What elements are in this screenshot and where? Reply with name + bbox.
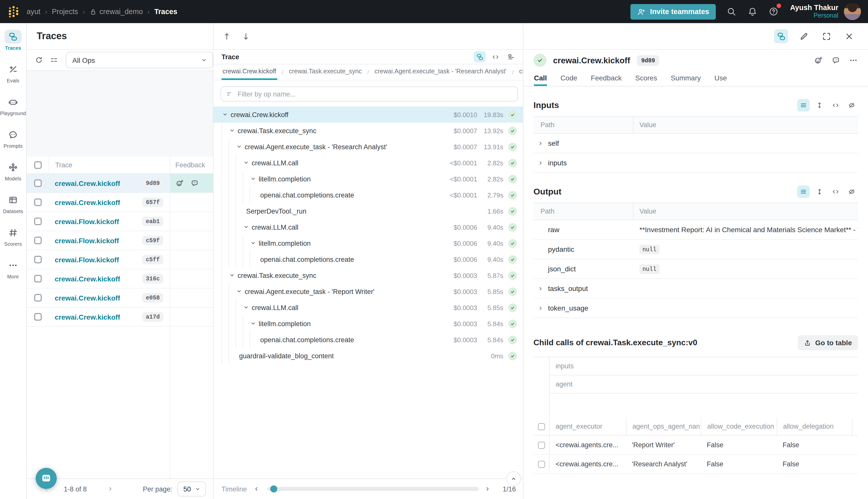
- row-checkbox[interactable]: [34, 218, 41, 225]
- trace-name-link[interactable]: crewai.Crew.kickoff: [55, 179, 120, 187]
- call-tree-row[interactable]: openai.chat.completions.create$0.00035.8…: [213, 332, 523, 348]
- trace-row[interactable]: crewai.Flow.kickoffc59f: [27, 231, 213, 250]
- call-tree-row[interactable]: crewai.LLM.call<$0.00012.82s: [213, 155, 523, 171]
- call-tree-row[interactable]: crewai.Crew.kickoff$0.001019.83s: [213, 107, 523, 123]
- ops-filter-select[interactable]: All Ops: [66, 52, 213, 68]
- row-checkbox[interactable]: [538, 461, 545, 467]
- trace-name-link[interactable]: crewai.Flow.kickoff: [55, 217, 119, 226]
- call-tree-row[interactable]: litellm.completion<$0.00012.82s: [213, 171, 523, 187]
- call-tree-row[interactable]: crewai.LLM.call$0.00035.85s: [213, 300, 523, 316]
- breadcrumb-team[interactable]: ayut: [27, 8, 40, 15]
- column-header[interactable]: agent_executor: [549, 417, 626, 436]
- sidebar-item-playground[interactable]: Playground: [0, 95, 26, 116]
- inputs-code-view-button[interactable]: [829, 99, 842, 112]
- invite-teammates-button[interactable]: Invite teammates: [630, 4, 716, 19]
- close-button[interactable]: [842, 29, 856, 43]
- call-tree-row[interactable]: crewai.LLM.call$0.00069.40s: [213, 219, 523, 235]
- call-tree-row[interactable]: crewai.Task.execute_sync$0.000713.92s: [213, 123, 523, 139]
- row-checkbox[interactable]: [34, 237, 41, 244]
- trace-name-link[interactable]: crewai.Flow.kickoff: [55, 236, 119, 244]
- output-code-view-button[interactable]: [829, 185, 842, 198]
- sidebar-item-traces[interactable]: Traces: [0, 30, 26, 51]
- user-menu[interactable]: Ayush Thakur Personal: [790, 3, 838, 20]
- tab-feedback[interactable]: Feedback: [591, 71, 622, 86]
- trace-row[interactable]: crewai.Crew.kickoff316c: [27, 269, 213, 289]
- call-tree-row[interactable]: crewai.Task.execute_sync$0.00035.87s: [213, 267, 523, 283]
- sidebar-item-scorers[interactable]: Scorers: [0, 226, 26, 247]
- detail-tree-view-button[interactable]: [774, 29, 788, 43]
- inputs-row[interactable]: inputs: [533, 153, 858, 173]
- trace-name-link[interactable]: crewai.Crew.kickoff: [55, 294, 120, 302]
- collapse-timeline-button[interactable]: [506, 471, 521, 486]
- op-filter-input[interactable]: [238, 90, 512, 98]
- trace-path-tab[interactable]: crewai.LLM.call: [518, 64, 523, 80]
- timeline-next-button[interactable]: [484, 485, 493, 492]
- trace-row[interactable]: crewai.Crew.kickoff657f: [27, 193, 213, 212]
- per-page-select[interactable]: 50: [177, 482, 206, 497]
- sidebar-item-prompts[interactable]: Prompts: [0, 127, 26, 149]
- next-page-button[interactable]: [104, 483, 117, 496]
- call-tree-row[interactable]: openai.chat.completions.create<$0.00012.…: [213, 187, 523, 203]
- inputs-list-view-button[interactable]: [797, 99, 810, 112]
- row-checkbox[interactable]: [34, 275, 41, 282]
- breadcrumb-projects[interactable]: Projects: [52, 8, 78, 15]
- column-header[interactable]: allow_delegation: [777, 417, 852, 436]
- trace-row[interactable]: crewai.Flow.kickoffeab1: [27, 212, 213, 231]
- row-checkbox[interactable]: [34, 313, 41, 320]
- inputs-row[interactable]: self: [533, 134, 858, 153]
- trace-name-link[interactable]: crewai.Flow.kickoff: [55, 256, 119, 264]
- output-list-view-button[interactable]: [797, 185, 810, 198]
- timeline-slider-thumb[interactable]: [270, 485, 277, 492]
- code-view-button[interactable]: [489, 51, 501, 62]
- column-header[interactable]: allow_code_execution: [701, 417, 777, 436]
- row-checkbox[interactable]: [538, 441, 545, 449]
- search-button[interactable]: [721, 1, 742, 22]
- sidebar-item-evals[interactable]: Evals: [0, 62, 26, 83]
- timeline-slider[interactable]: [267, 487, 479, 491]
- sidebar-item-datasets[interactable]: Datasets: [0, 193, 26, 214]
- help-button[interactable]: [763, 1, 784, 22]
- tab-use[interactable]: Use: [714, 71, 727, 86]
- output-expand-button[interactable]: [813, 185, 826, 198]
- row-checkbox[interactable]: [34, 294, 41, 302]
- trace-row[interactable]: crewai.Crew.kickoff9d89: [27, 174, 213, 193]
- add-reaction-button[interactable]: [814, 56, 823, 65]
- tab-code[interactable]: Code: [560, 71, 577, 86]
- more-options-button[interactable]: [849, 56, 858, 65]
- call-tree-row[interactable]: guardrail-validate_blog_content0ms: [213, 348, 523, 364]
- add-comment-button[interactable]: [831, 56, 840, 65]
- trace-name-link[interactable]: crewai.Crew.kickoff: [55, 313, 120, 321]
- breadcrumb-project[interactable]: crewai_demo: [89, 8, 143, 15]
- wandb-logo[interactable]: [0, 5, 27, 19]
- call-tree-row[interactable]: crewai.Agent.execute_task - 'Research An…: [213, 139, 523, 155]
- trace-column-header[interactable]: Trace: [49, 157, 170, 173]
- output-row[interactable]: tasks_output: [533, 279, 858, 299]
- flame-view-button[interactable]: [505, 51, 517, 62]
- output-hide-button[interactable]: [845, 185, 858, 198]
- row-checkbox[interactable]: [34, 198, 41, 206]
- tab-call[interactable]: Call: [534, 71, 547, 86]
- trace-path-tab[interactable]: crewai.Agent.execute_task - 'Research An…: [373, 64, 507, 80]
- inputs-expand-button[interactable]: [813, 99, 826, 112]
- tab-scores[interactable]: Scores: [635, 71, 657, 86]
- avatar[interactable]: [844, 3, 861, 20]
- go-to-table-button[interactable]: Go to table: [798, 335, 858, 350]
- column-header[interactable]: agent_ops_agent_nan: [626, 417, 701, 436]
- trace-name-link[interactable]: crewai.Crew.kickoff: [55, 198, 120, 206]
- columns-button[interactable]: [47, 53, 61, 67]
- edit-button[interactable]: [797, 29, 811, 43]
- tab-summary[interactable]: Summary: [671, 71, 701, 86]
- call-tree-row[interactable]: openai.chat.completions.create$0.00069.4…: [213, 251, 523, 267]
- trace-path-tab[interactable]: crewai.Task.execute_sync: [288, 64, 363, 80]
- support-chat-button[interactable]: [36, 468, 57, 489]
- fullscreen-button[interactable]: [819, 29, 833, 43]
- sidebar-item-more[interactable]: More: [0, 258, 26, 279]
- next-call-button[interactable]: [241, 32, 250, 40]
- trace-row[interactable]: crewai.Flow.kickoffc5ff: [27, 250, 213, 269]
- trace-row[interactable]: crewai.Crew.kickoffa17d: [27, 307, 213, 327]
- column-header[interactable]: b: [852, 417, 858, 436]
- call-tree-row[interactable]: litellm.completion$0.00069.40s: [213, 235, 523, 251]
- output-row[interactable]: token_usage: [533, 299, 858, 318]
- call-tree-row[interactable]: litellm.completion$0.00035.84s: [213, 316, 523, 332]
- select-all-checkbox[interactable]: [538, 423, 545, 430]
